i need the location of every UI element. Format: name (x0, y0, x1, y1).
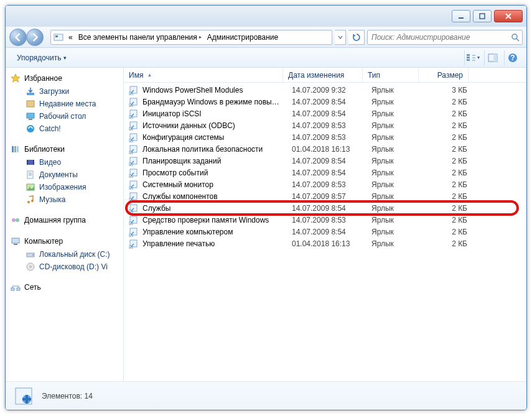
file-name: Службы компонентов (142, 192, 218, 201)
file-name: Источники данных (ODBC) (142, 121, 235, 130)
video-icon (26, 157, 35, 167)
maximize-button[interactable] (473, 10, 492, 22)
table-row[interactable]: Планировщик заданий14.07.2009 8:54Ярлык2… (124, 155, 526, 167)
address-bar[interactable]: « Все элементы панели управления▸ Админи… (50, 30, 332, 45)
search-icon[interactable] (508, 30, 522, 44)
svg-rect-13 (27, 101, 34, 107)
refresh-button[interactable] (348, 30, 365, 45)
table-row[interactable]: Источники данных (ODBC)14.07.2009 8:53Яр… (124, 119, 526, 131)
svg-rect-69 (22, 398, 31, 400)
homegroup-icon (11, 215, 21, 225)
file-name: Брандмауэр Windows в режиме повы… (142, 98, 279, 106)
status-text: Элементов: 14 (42, 392, 93, 400)
column-name[interactable]: Имя▲ (124, 68, 283, 82)
file-name: Просмотр событий (142, 169, 208, 177)
breadcrumb-root[interactable]: « (66, 30, 76, 44)
sidebar-item-documents[interactable]: Документы (6, 169, 123, 181)
star-icon (11, 73, 21, 83)
close-button[interactable] (494, 10, 523, 22)
minimize-button[interactable] (452, 10, 470, 22)
homegroup-header[interactable]: Домашняя группа (6, 213, 123, 227)
svg-rect-1 (480, 14, 485, 19)
libraries-header[interactable]: Библиотеки (6, 142, 123, 156)
file-date: 01.04.2018 16:13 (287, 239, 366, 248)
svg-rect-37 (17, 288, 20, 290)
computer-header[interactable]: Компьютер (6, 234, 123, 248)
table-row[interactable]: Службы14.07.2009 8:54Ярлык2 КБ (124, 202, 526, 214)
preview-pane-button[interactable] (484, 50, 500, 65)
double-arrow-icon: « (68, 33, 73, 42)
chevron-down-icon: ▾ (63, 55, 67, 61)
search-input[interactable] (368, 33, 508, 42)
file-type: Ярлык (366, 98, 422, 106)
svg-rect-14 (27, 113, 34, 118)
sidebar-item-pictures[interactable]: Изображения (6, 181, 123, 193)
computer-group: Компьютер Локальный диск (C:) CD-дисково… (6, 234, 123, 273)
svg-rect-0 (459, 17, 464, 19)
table-row[interactable]: Средство проверки памяти Windows14.07.20… (124, 214, 526, 226)
sidebar-item-cd-drive[interactable]: CD-дисковод (D:) Vi (6, 261, 123, 273)
network-header[interactable]: Сеть (6, 280, 123, 294)
table-row[interactable]: Управление компьютером14.07.2009 8:54Ярл… (124, 226, 526, 238)
downloads-icon (26, 86, 35, 96)
sidebar-item-desktop[interactable]: Рабочий стол (6, 110, 123, 122)
column-size[interactable]: Размер (419, 68, 469, 82)
address-dropdown-button[interactable] (335, 30, 346, 45)
table-row[interactable]: Просмотр событий14.07.2009 8:54Ярлык2 КБ (124, 167, 526, 178)
table-row[interactable]: Windows PowerShell Modules14.07.2009 9:3… (124, 84, 526, 96)
libraries-label: Библиотеки (24, 145, 65, 154)
network-label: Сеть (24, 283, 41, 292)
navigation-pane[interactable]: Избранное Загрузки Недавние места Рабочи… (6, 68, 124, 381)
file-size: 2 КБ (422, 145, 472, 154)
file-type: Ярлык (366, 239, 422, 248)
column-label: Тип (368, 71, 380, 80)
svg-rect-5 (467, 54, 470, 56)
sidebar-item-recent[interactable]: Недавние места (6, 98, 123, 110)
sidebar-item-label: Музыка (39, 195, 65, 204)
documents-icon (26, 170, 35, 180)
drive-icon (26, 249, 35, 259)
file-size: 2 КБ (422, 180, 472, 189)
organize-button[interactable]: Упорядочить▾ (12, 52, 72, 64)
column-date[interactable]: Дата изменения (283, 68, 363, 82)
svg-rect-18 (14, 146, 16, 152)
table-row[interactable]: Инициатор iSCSI14.07.2009 8:54Ярлык2 КБ (124, 108, 526, 119)
sidebar-item-downloads[interactable]: Загрузки (6, 85, 123, 98)
table-row[interactable]: Управление печатью01.04.2018 16:13Ярлык2… (124, 238, 526, 249)
table-row[interactable]: Локальная политика безопасности01.04.201… (124, 143, 526, 155)
column-type[interactable]: Тип (363, 68, 419, 82)
svg-point-4 (512, 34, 517, 39)
titlebar (6, 6, 526, 27)
breadcrumb-seg-0[interactable]: Все элементы панели управления▸ (76, 30, 205, 44)
table-row[interactable]: Службы компонентов14.07.2009 8:57Ярлык2 … (124, 190, 526, 202)
view-options-button[interactable]: ▾ (464, 50, 480, 65)
sidebar-item-local-disk[interactable]: Локальный диск (C:) (6, 248, 123, 261)
table-row[interactable]: Системный монитор14.07.2009 8:53Ярлык2 К… (124, 178, 526, 190)
file-type: Ярлык (366, 133, 422, 142)
shortcut-icon (129, 156, 139, 166)
file-size: 2 КБ (422, 228, 472, 236)
file-size: 2 КБ (422, 98, 472, 106)
libraries-group: Библиотеки Видео Документы Изображения М… (6, 142, 123, 206)
sidebar-item-music[interactable]: Музыка (6, 193, 123, 206)
file-size: 2 КБ (422, 216, 472, 224)
file-type: Ярлык (366, 157, 422, 165)
svg-rect-21 (27, 160, 28, 165)
forward-button[interactable] (26, 29, 44, 46)
favorites-header[interactable]: Избранное (6, 72, 123, 85)
file-date: 14.07.2009 8:54 (287, 109, 366, 118)
back-button[interactable] (9, 29, 27, 46)
sidebar-item-videos[interactable]: Видео (6, 156, 123, 169)
file-name: Планировщик заданий (142, 157, 221, 165)
table-row[interactable]: Брандмауэр Windows в режиме повы…14.07.2… (124, 96, 526, 108)
file-type: Ярлык (366, 121, 422, 130)
shortcut-icon (129, 121, 139, 131)
sidebar-item-catch[interactable]: Catch! (6, 122, 123, 135)
help-button[interactable]: ? (504, 50, 520, 65)
search-box[interactable] (367, 30, 523, 45)
breadcrumb-seg-1[interactable]: Администрирование (205, 30, 281, 44)
file-date: 14.07.2009 8:53 (287, 180, 366, 189)
table-row[interactable]: Конфигурация системы14.07.2009 8:53Ярлык… (124, 131, 526, 143)
file-name: Инициатор iSCSI (142, 109, 202, 118)
sidebar-item-label: Локальный диск (C:) (39, 250, 110, 259)
